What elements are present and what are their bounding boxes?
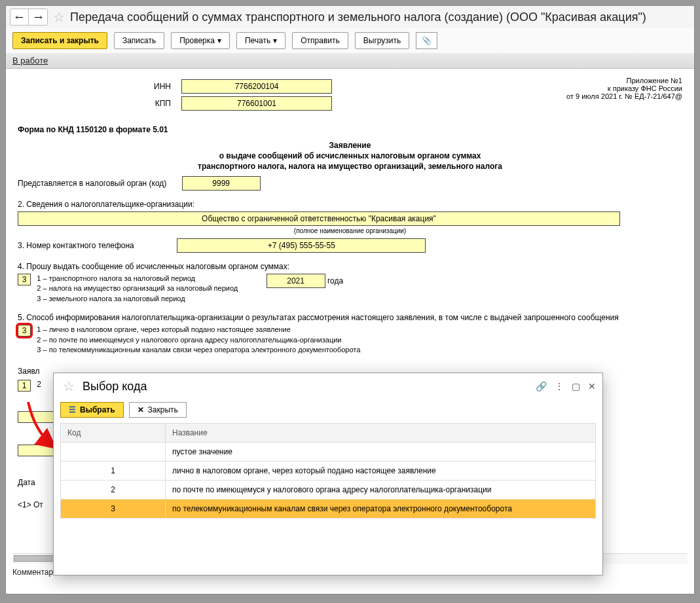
window-title: Передача сообщений о суммах транспортног… (70, 10, 646, 24)
section-5-value[interactable]: 3 (18, 325, 31, 337)
authority-label: Представляется в налоговый орган (код) (18, 179, 166, 188)
main-window: 🡐 🡒 ☆ Передача сообщений о суммах трансп… (5, 5, 695, 594)
caret-down-icon: ▾ (217, 36, 221, 45)
attach-button[interactable] (416, 32, 437, 49)
authority-code-field[interactable]: 9999 (182, 176, 261, 191)
heading-3: транспортного налога, налога на имуществ… (18, 162, 682, 171)
maximize-icon[interactable] (572, 381, 580, 392)
x-icon (138, 405, 144, 414)
kpp-field[interactable]: 776601001 (181, 96, 332, 111)
save-button[interactable]: Записать (114, 32, 164, 49)
year-suffix: года (327, 276, 343, 285)
inn-label: ИНН (18, 82, 181, 91)
heading-2: о выдаче сообщений об исчисленных налого… (18, 151, 682, 160)
section-4-label: 4. Прошу выдать сообщение об исчисленных… (18, 262, 682, 271)
code-table: Код Название пустое значение 1 лично в н… (60, 423, 596, 519)
sec4-opt-3: 3 – земельного налога за налоговый перио… (37, 294, 238, 304)
section-4-value[interactable]: 3 (18, 274, 31, 285)
nav-group: 🡐 🡒 (10, 9, 48, 26)
org-name-field[interactable]: Общество с ограниченной ответственностью… (18, 211, 620, 226)
year-field[interactable]: 2021 (267, 274, 325, 288)
paperclip-icon (422, 36, 432, 45)
form-code: Форма по КНД 1150120 в формате 5.01 (18, 125, 682, 134)
code-select-dialog: ☆ Выбор кода Выбрать Закрыть Код (53, 373, 603, 576)
dialog-close-icon[interactable] (588, 381, 596, 392)
sec5-opt-3: 3 – по телекоммуникационным каналам связ… (37, 345, 360, 355)
select-list-icon (69, 405, 76, 414)
dialog-title: Выбор кода (83, 380, 147, 393)
tabbar: В работе (6, 53, 694, 69)
appendix-info: Приложение №1 к приказу ФНС России от 9 … (566, 77, 682, 113)
caret-down-icon: ▾ (273, 36, 277, 45)
favorite-star-icon[interactable]: ☆ (53, 9, 65, 25)
table-row[interactable]: пустое значение (61, 443, 596, 462)
sec4-opt-1: 1 – транспортного налога за налоговый пе… (37, 274, 238, 283)
link-icon[interactable] (536, 381, 547, 392)
table-row[interactable]: 1 лично в налоговом органе, через которы… (61, 462, 596, 481)
forward-button[interactable]: 🡒 (29, 9, 47, 25)
dialog-star-icon[interactable]: ☆ (63, 378, 75, 394)
dialog-close-button[interactable]: Закрыть (129, 402, 187, 418)
print-button[interactable]: Печать▾ (236, 32, 286, 49)
titlebar: 🡐 🡒 ☆ Передача сообщений о суммах трансп… (6, 6, 694, 28)
partial-yellow-2[interactable] (18, 445, 57, 456)
sec5-opt-1: 1 – лично в налоговом органе, через кото… (37, 325, 360, 335)
save-close-button[interactable]: Записать и закрыть (12, 32, 107, 49)
check-button[interactable]: Проверка▾ (171, 32, 230, 49)
toolbar: Записать и закрыть Записать Проверка▾ Пе… (6, 28, 694, 53)
section-2-label: 2. Сведения о налогоплательщике-организа… (18, 200, 682, 209)
partial-value[interactable]: 1 (18, 380, 31, 392)
send-button[interactable]: Отправить (292, 32, 348, 49)
dialog-select-button[interactable]: Выбрать (60, 402, 124, 418)
org-name-hint: (полное наименование организации) (18, 227, 682, 234)
kpp-label: КПП (18, 99, 181, 108)
heading-1: Заявление (18, 141, 682, 150)
back-button[interactable]: 🡐 (10, 9, 29, 25)
sec5-opt-2: 2 – по почте по имеющемуся у налогового … (37, 335, 360, 345)
tab-in-work[interactable]: В работе (12, 56, 48, 65)
th-code: Код (61, 424, 166, 443)
export-button[interactable]: Выгрузить (355, 32, 410, 49)
table-row[interactable]: 2 по почте по имеющемуся у налогового ор… (61, 481, 596, 500)
more-icon[interactable] (555, 381, 564, 392)
inn-field[interactable]: 7766200104 (181, 79, 332, 94)
section-5-label: 5. Способ информирования налогоплательщи… (18, 313, 627, 322)
partial-yellow-1[interactable] (18, 411, 57, 423)
table-row-selected[interactable]: 3 по телекоммуникационным каналам связи … (61, 500, 596, 519)
th-name: Название (166, 424, 596, 443)
phone-label: 3. Номер контактного телефона (18, 241, 162, 250)
phone-field[interactable]: +7 (495) 555-55-55 (177, 238, 426, 253)
sec4-opt-2: 2 – налога на имущество организаций за н… (37, 283, 238, 293)
